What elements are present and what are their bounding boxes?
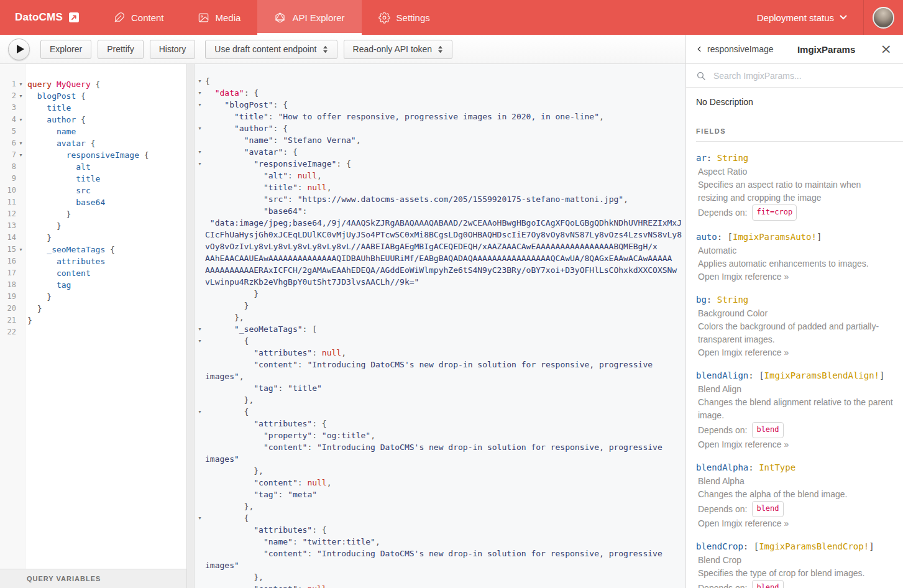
fold-arrow-icon[interactable]: ▾ [16, 149, 25, 161]
fold-spacer [16, 255, 25, 267]
result-line: AAhEAACAAUEAwAAAAAAAAAAAAAAQIDBAUhBhEUUR… [195, 252, 685, 264]
doc-back-link[interactable]: responsiveImage [696, 44, 774, 54]
explorer-button[interactable]: Explorer [40, 40, 91, 59]
fold-arrow-icon[interactable]: ▾ [195, 406, 205, 418]
deployment-status-dropdown[interactable]: Deployment status [741, 0, 863, 35]
fold-arrow-icon[interactable]: ▾ [195, 75, 205, 87]
field-name-link[interactable]: blendAlign [696, 370, 748, 380]
user-avatar[interactable] [873, 7, 894, 29]
fold-arrow-icon[interactable]: ▾ [16, 90, 25, 102]
line-number: 12 [0, 208, 16, 220]
result-code: "name": "twitter:title", [205, 536, 380, 548]
line-number: 17 [0, 267, 16, 279]
result-code: "tag": "meta" [205, 489, 317, 500]
fold-arrow-icon[interactable]: ▾ [195, 158, 205, 170]
field-name-link[interactable]: blendCrop [696, 541, 743, 551]
fold-spacer [195, 430, 205, 441]
imgix-reference-link[interactable]: Open Imgix reference » [696, 346, 893, 359]
query-variables-bar[interactable]: QUERY VARIABLES [0, 569, 186, 588]
fold-arrow-icon[interactable]: ▾ [195, 512, 205, 524]
field-name-link[interactable]: bg [696, 295, 707, 305]
result-code: { [205, 75, 210, 87]
field-type-link[interactable]: String [717, 153, 749, 163]
field-type-link[interactable]: ImgixParamsBlendCrop! [759, 541, 869, 551]
fold-arrow-icon[interactable]: ▾ [16, 244, 25, 255]
query-editor[interactable]: 1▾query MyQuery {2▾ blogPost {3 title4▾ … [0, 64, 186, 569]
result-line: ▾ "blogPost": { [195, 99, 685, 111]
type-description: No Description [696, 97, 893, 107]
field-description-title: Blend Align [696, 383, 893, 396]
field-type-link[interactable]: ImgixParamsBlendAlign! [764, 370, 879, 380]
imgix-reference-link[interactable]: Open Imgix reference » [696, 517, 893, 530]
line-number: 2 [0, 90, 16, 102]
result-code: AAhEAACAAUEAwAAAAAAAAAAAAAAQIDBAUhBhEUUR… [205, 252, 672, 264]
doc-title: ImgixParams [774, 44, 879, 55]
fold-arrow-icon[interactable]: ▾ [16, 137, 25, 149]
fold-arrow-icon[interactable]: ▾ [195, 87, 205, 99]
history-button[interactable]: History [150, 40, 196, 59]
updown-arrows-icon [323, 45, 328, 53]
nav-item-content[interactable]: Content [96, 0, 181, 35]
doc-explorer-body: No Description FIELDS ar: StringAspect R… [686, 88, 903, 588]
result-line: }, [195, 311, 685, 323]
query-line: 12 } [0, 208, 186, 220]
field-name-link[interactable]: ar [696, 153, 707, 163]
type-bracket: [ [754, 541, 759, 551]
fold-spacer [195, 500, 205, 512]
result-line: "content": "Introducing DatoCMS's new dr… [195, 548, 685, 559]
imgix-reference-link[interactable]: Open Imgix reference » [696, 438, 893, 451]
imgix-reference-link[interactable]: Open Imgix reference » [696, 270, 893, 283]
fold-arrow-icon[interactable]: ▾ [195, 146, 205, 158]
fold-spacer [195, 548, 205, 559]
result-line: "content": null, [195, 583, 685, 588]
result-code: vLwinpu4RzKb2eVhgBpY0utSht7JD3lvsAACLh//… [205, 276, 419, 288]
fold-arrow-icon[interactable]: ▾ [195, 99, 205, 111]
query-line: 9 title [0, 173, 186, 185]
datocms-logo[interactable]: DatoCMS [0, 0, 96, 35]
field-type-link[interactable]: IntType [759, 462, 795, 472]
type-bracket: [ [728, 232, 733, 242]
prettify-button[interactable]: Prettify [98, 40, 144, 59]
query-line: 4▾ author { [0, 114, 186, 126]
close-icon[interactable]: × [879, 42, 893, 56]
execute-query-button[interactable] [8, 39, 30, 60]
field-type-link[interactable]: String [717, 295, 749, 305]
query-line: 2▾ blogPost { [0, 90, 186, 102]
query-code: avatar { [25, 137, 96, 149]
query-line: 16 attributes [0, 255, 186, 267]
fold-arrow-icon[interactable]: ▾ [195, 335, 205, 347]
fold-arrow-icon[interactable]: ▾ [195, 122, 205, 134]
depends-label: Depends on: [698, 582, 747, 588]
result-line: "src": "https://www.datocms-assets.com/2… [195, 193, 685, 205]
result-line: ▾ { [195, 406, 685, 418]
fold-spacer [195, 252, 205, 264]
field-description-title: Blend Alpha [696, 475, 893, 488]
field-type-link[interactable]: ImgixParamsAuto! [733, 232, 817, 242]
line-number: 3 [0, 102, 16, 114]
field-name-link[interactable]: blendAlpha [696, 462, 748, 472]
fold-arrow-icon[interactable]: ▾ [16, 78, 25, 90]
line-number: 16 [0, 255, 16, 267]
doc-search-input[interactable] [712, 70, 893, 81]
fold-arrow-icon[interactable]: ▾ [16, 114, 25, 126]
fold-spacer [195, 300, 205, 311]
query-line: 21} [0, 315, 186, 326]
nav-item-media[interactable]: Media [181, 0, 258, 35]
api-explorer-icon [274, 12, 286, 24]
nav-item-settings[interactable]: Settings [362, 0, 447, 35]
line-number: 4 [0, 114, 16, 126]
edit-box-icon [69, 12, 79, 22]
result-line: ▾ { [195, 512, 685, 524]
nav-item-api-explorer[interactable]: API Explorer [257, 0, 361, 35]
query-line: 8 alt [0, 161, 186, 173]
deployment-status-label: Deployment status [757, 12, 834, 23]
use-draft-content-endpoint-select[interactable]: Use draft content endpoint [205, 40, 337, 59]
result-line: "tag": "meta" [195, 489, 685, 500]
result-line: } [195, 300, 685, 311]
result-code: images" [205, 559, 239, 571]
fold-arrow-icon[interactable]: ▾ [195, 323, 205, 335]
field-colon: : [707, 295, 717, 305]
field-name-link[interactable]: auto [696, 232, 717, 242]
read-only-api-token-select[interactable]: Read-only API token [344, 40, 453, 59]
pane-resize-divider[interactable] [186, 64, 195, 588]
